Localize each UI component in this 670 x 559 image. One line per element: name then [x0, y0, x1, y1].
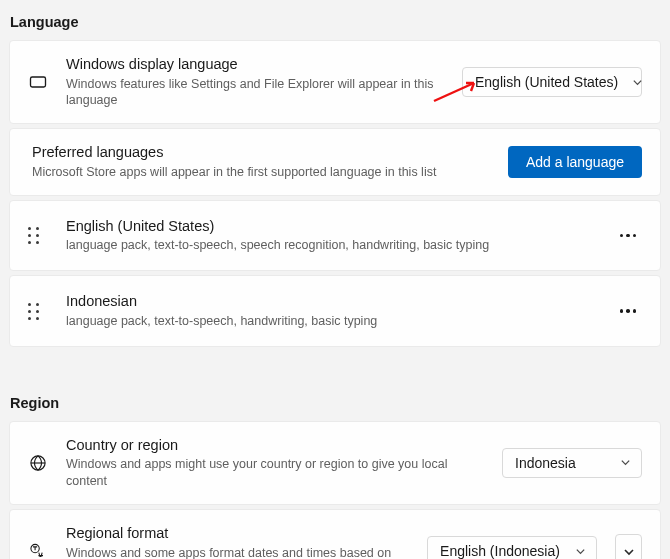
- display-language-dropdown[interactable]: English (United States): [462, 67, 642, 97]
- language-item-features: language pack, text-to-speech, handwriti…: [66, 313, 592, 330]
- display-language-card: Windows display language Windows feature…: [9, 40, 661, 124]
- drag-handle-icon[interactable]: [28, 303, 44, 319]
- chevron-down-icon: [623, 546, 634, 557]
- regional-format-card: Regional format Windows and some apps fo…: [9, 509, 661, 559]
- language-item-features: language pack, text-to-speech, speech re…: [66, 237, 592, 254]
- display-icon: [28, 72, 48, 92]
- display-language-title: Windows display language: [66, 55, 444, 75]
- expand-section-button[interactable]: [615, 534, 642, 559]
- country-dropdown[interactable]: Indonesia: [502, 448, 642, 478]
- chevron-down-icon: [632, 77, 643, 88]
- preferred-languages-subtitle: Microsoft Store apps will appear in the …: [32, 164, 490, 181]
- language-item-name: Indonesian: [66, 292, 592, 312]
- regional-format-icon: [28, 541, 48, 559]
- add-language-button[interactable]: Add a language: [508, 146, 642, 178]
- regional-format-title: Regional format: [66, 524, 409, 544]
- preferred-languages-card: Preferred languages Microsoft Store apps…: [9, 128, 661, 195]
- country-selected: Indonesia: [515, 455, 606, 471]
- more-options-button[interactable]: [614, 303, 642, 319]
- display-language-subtitle: Windows features like Settings and File …: [66, 76, 444, 110]
- chevron-down-icon: [620, 457, 631, 468]
- svg-rect-0: [31, 77, 46, 87]
- more-options-button[interactable]: [614, 228, 642, 244]
- preferred-languages-title: Preferred languages: [32, 143, 490, 163]
- drag-handle-icon[interactable]: [28, 227, 44, 243]
- chevron-down-icon: [575, 546, 586, 557]
- language-item: Indonesian language pack, text-to-speech…: [9, 275, 661, 346]
- regional-format-dropdown[interactable]: English (Indonesia): [427, 536, 597, 559]
- regional-format-subtitle: Windows and some apps format dates and t…: [66, 545, 409, 560]
- country-region-card: Country or region Windows and apps might…: [9, 421, 661, 505]
- region-heading: Region: [0, 381, 670, 421]
- globe-icon: [28, 453, 48, 473]
- country-title: Country or region: [66, 436, 484, 456]
- display-language-selected: English (United States): [475, 74, 618, 90]
- country-subtitle: Windows and apps might use your country …: [66, 456, 484, 490]
- language-item: English (United States) language pack, t…: [9, 200, 661, 271]
- language-heading: Language: [0, 0, 670, 40]
- language-item-name: English (United States): [66, 217, 592, 237]
- regional-format-selected: English (Indonesia): [440, 543, 561, 559]
